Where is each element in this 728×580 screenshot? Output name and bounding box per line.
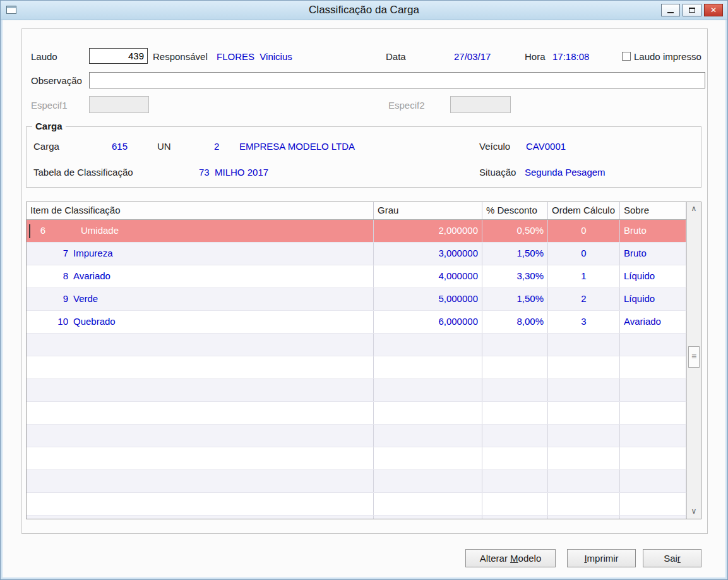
grid-cell: 9Verde xyxy=(27,288,374,310)
grid-cell: 10Quebrado xyxy=(27,311,374,333)
grid-cell xyxy=(374,447,482,469)
grid-cell xyxy=(482,334,548,356)
grid-row-empty[interactable] xyxy=(27,470,686,493)
grid-cell: Líquido xyxy=(620,288,686,310)
grid-cell xyxy=(482,470,548,492)
maximize-button[interactable] xyxy=(683,4,701,16)
grid-row[interactable]: 7Impureza3,0000001,50%0Bruto xyxy=(27,243,686,265)
grid-row[interactable]: 6Umidade2,0000000,50%0Bruto xyxy=(27,220,686,243)
veiculo-label: Veículo xyxy=(479,141,510,152)
grid-cell xyxy=(27,516,374,519)
grid-cell: 0 xyxy=(548,220,620,242)
window-controls: ✕ xyxy=(661,4,723,16)
laudo-label: Laudo xyxy=(31,51,57,62)
grid-cell: 4,000000 xyxy=(374,265,482,287)
grid-cell xyxy=(482,493,548,515)
grid-row[interactable]: 9Verde5,0000001,50%2Líquido xyxy=(27,288,686,311)
grid-cell xyxy=(548,516,620,519)
grid-cell: 6Umidade xyxy=(27,220,374,242)
text-caret xyxy=(29,224,30,238)
grid-cell xyxy=(548,425,620,447)
observacao-label: Observação xyxy=(31,75,82,86)
grid-cell xyxy=(482,356,548,378)
grid-cell xyxy=(374,516,482,519)
alterar-modelo-button[interactable]: Alterar Modelo xyxy=(465,549,556,567)
hora-label: Hora xyxy=(525,51,546,62)
sair-button[interactable]: Sair xyxy=(643,549,701,567)
data-value: 27/03/17 xyxy=(454,51,491,62)
grid-row-empty[interactable] xyxy=(27,493,686,516)
grid-row-empty[interactable] xyxy=(27,425,686,447)
scrollbar-thumb[interactable]: ≡ xyxy=(688,346,700,368)
grid-cell xyxy=(620,493,686,515)
grid-cell: Bruto xyxy=(620,243,686,265)
grid-cell xyxy=(482,402,548,424)
grid-row[interactable]: 8Avariado4,0000003,30%1Líquido xyxy=(27,265,686,288)
close-icon: ✕ xyxy=(710,6,717,14)
grid-cell: 6,000000 xyxy=(374,311,482,333)
grid-cell xyxy=(27,470,374,492)
grid-row-empty[interactable] xyxy=(27,379,686,402)
grid-cell: 7Impureza xyxy=(27,243,374,265)
titlebar: Classificação da Carga ✕ xyxy=(1,1,727,20)
grid-cell xyxy=(27,356,374,378)
grid-cell: 2,000000 xyxy=(374,220,482,242)
col-header-grau: Grau xyxy=(374,202,482,219)
col-header-item: Item de Classificação xyxy=(27,202,374,219)
grid-cell: 2 xyxy=(548,288,620,310)
grid-cell xyxy=(620,447,686,469)
grid-cell xyxy=(374,402,482,424)
minimize-button[interactable] xyxy=(661,4,680,16)
hora-value: 17:18:08 xyxy=(552,51,589,62)
grid-cell xyxy=(620,470,686,492)
grid-cell xyxy=(482,425,548,447)
vertical-scrollbar[interactable]: ∧ ≡ ∨ xyxy=(686,202,701,519)
grid-row[interactable]: 10Quebrado6,0000008,00%3Avariado xyxy=(27,311,686,334)
especif2-label: Especif2 xyxy=(388,100,425,111)
observacao-input[interactable] xyxy=(89,72,705,88)
grid-cell xyxy=(548,493,620,515)
grid-row-empty[interactable] xyxy=(27,447,686,470)
minimize-icon xyxy=(667,12,674,13)
grid-cell xyxy=(482,379,548,401)
carga-groupbox xyxy=(26,126,701,188)
grid-cell xyxy=(374,379,482,401)
grid-row-empty[interactable] xyxy=(27,334,686,356)
laudo-input[interactable] xyxy=(89,48,148,64)
grid-row-empty[interactable] xyxy=(27,516,686,519)
grid-cell: 1 xyxy=(548,265,620,287)
col-header-sobre: Sobre xyxy=(620,202,686,219)
grid-cell xyxy=(374,493,482,515)
grid-cell xyxy=(620,402,686,424)
grid-cell: 0,50% xyxy=(482,220,548,242)
close-button[interactable]: ✕ xyxy=(704,4,723,16)
grid-cell xyxy=(548,402,620,424)
empresa-value: EMPRESA MODELO LTDA xyxy=(239,141,355,152)
grid-row-empty[interactable] xyxy=(27,402,686,425)
col-header-ordem: Ordem Cálculo xyxy=(548,202,620,219)
grid-cell xyxy=(27,493,374,515)
grid-cell: Avariado xyxy=(620,311,686,333)
imprimir-button[interactable]: Imprimir xyxy=(567,549,636,567)
grid-cell xyxy=(548,470,620,492)
scroll-up-icon[interactable]: ∧ xyxy=(687,202,701,216)
grid-cell xyxy=(548,447,620,469)
tabela-classificacao-label: Tabela de Classificação xyxy=(33,167,133,178)
laudo-impresso-label: Laudo impresso xyxy=(634,51,701,62)
scroll-down-icon[interactable]: ∨ xyxy=(687,505,701,519)
grid-row-empty[interactable] xyxy=(27,356,686,379)
un-label: UN xyxy=(157,141,171,152)
grid-cell xyxy=(548,356,620,378)
grid-cell xyxy=(27,425,374,447)
grid-cell xyxy=(620,356,686,378)
grid-header: Item de Classificação Grau % Desconto Or… xyxy=(27,202,686,220)
grid-cell xyxy=(482,447,548,469)
laudo-impresso-checkbox[interactable] xyxy=(622,52,631,61)
grid-cell xyxy=(374,425,482,447)
classification-grid: Item de Classificação Grau % Desconto Or… xyxy=(26,202,701,519)
especif1-label: Especif1 xyxy=(31,100,68,111)
maximize-icon xyxy=(689,8,695,13)
grid-cell xyxy=(482,516,548,519)
grid-cell: 8,00% xyxy=(482,311,548,333)
grid-cell: 1,50% xyxy=(482,243,548,265)
